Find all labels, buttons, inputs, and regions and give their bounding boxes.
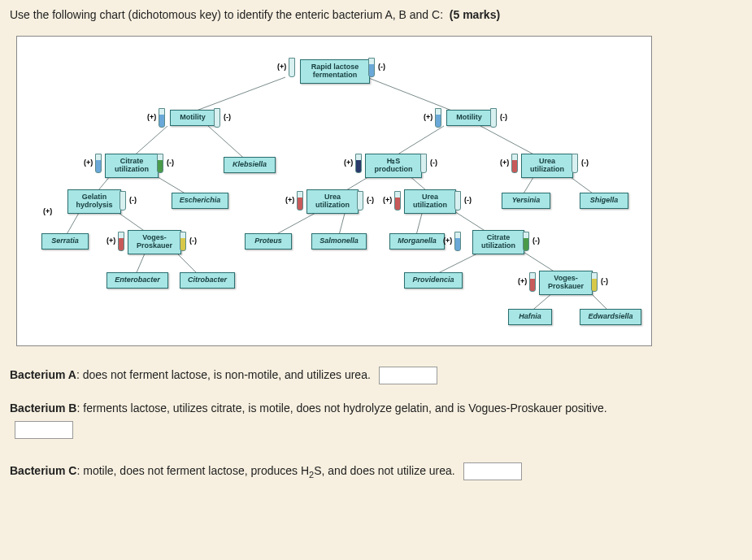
leaf-yersinia: Yersinia: [502, 193, 550, 209]
answer-blank-b[interactable]: [15, 421, 73, 439]
node-urea-m2: Urea utilization: [404, 189, 456, 214]
node-h2s: H₂S production: [365, 154, 422, 178]
bacterium-a-label: Bacterium A: [10, 368, 76, 381]
question-container: Use the following chart (dichotomous key…: [0, 0, 752, 505]
node-root: Rapid lactose fermentation: [300, 59, 370, 84]
leaf-klebsiella: Klebsiella: [224, 157, 276, 173]
test-tube-icon: [394, 191, 401, 211]
node-citrate: Citrate utilization: [105, 154, 159, 178]
test-tube-icon: [297, 191, 303, 211]
minus-sign: (-): [189, 237, 197, 245]
svg-line-1: [367, 77, 460, 114]
node-gelatin: Gelatin hydrolysis: [67, 189, 121, 214]
leaf-citrobacter: Citrobacter: [180, 272, 235, 289]
minus-sign: (-): [378, 63, 385, 71]
node-urea-m1: Urea utilization: [306, 189, 359, 214]
minus-sign: (-): [532, 237, 540, 245]
plus-sign: (+): [84, 158, 93, 167]
question-marks: (5 marks): [450, 8, 500, 21]
test-tube-icon: [289, 58, 295, 77]
minus-sign: (-): [129, 196, 137, 204]
minus-sign: (-): [500, 113, 507, 121]
test-tube-icon: [120, 191, 126, 211]
plus-sign: (+): [277, 63, 286, 71]
plus-sign: (+): [500, 158, 509, 167]
minus-sign: (-): [464, 196, 472, 204]
bacterium-b-desc: : ferments lactose, utilizes citrate, is…: [76, 402, 606, 415]
test-tube-icon: [118, 232, 124, 251]
bacterium-c-desc-pre: : motile, does not ferment lactose, prod…: [76, 464, 309, 477]
test-tube-icon: [523, 232, 529, 251]
minus-sign: (-): [224, 113, 231, 121]
leaf-escherichia: Escherichia: [172, 193, 228, 209]
answer-blank-a[interactable]: [379, 367, 437, 384]
svg-line-0: [188, 77, 285, 114]
test-tube-icon: [572, 154, 578, 173]
minus-sign: (-): [367, 196, 374, 204]
bacterium-b-line: Bacterium B: ferments lactose, utilizes …: [10, 399, 742, 438]
dichotomous-key-chart: (+) Rapid lactose fermentation (-) (+) M…: [16, 36, 652, 346]
leaf-salmonella: Salmonella: [311, 233, 367, 250]
leaf-shigella: Shigella: [580, 193, 628, 209]
node-vp-right: Voges-Proskauer: [539, 271, 593, 295]
test-tube-icon: [214, 108, 220, 128]
test-tube-icon: [368, 58, 375, 77]
bacterium-c-desc-post: S, and does not utilize urea.: [314, 464, 455, 477]
plus-sign: (+): [147, 113, 156, 121]
bacterium-b-label: Bacterium B: [10, 402, 76, 415]
node-citrate-right: Citrate utilization: [472, 230, 524, 254]
test-tube-icon: [157, 154, 163, 173]
node-motility-left: Motility: [170, 110, 215, 126]
plus-sign: (+): [285, 196, 294, 204]
test-tube-icon: [355, 154, 362, 173]
bacterium-c-label: Bacterium C: [10, 464, 76, 477]
plus-sign: (+): [518, 277, 527, 285]
plus-sign: (+): [43, 207, 52, 215]
test-tube-icon: [490, 108, 497, 128]
bacterium-a-desc: : does not ferment lactose, is non-motil…: [76, 368, 371, 381]
leaf-hafnia: Hafnia: [508, 309, 552, 325]
answer-blank-c[interactable]: [463, 462, 522, 480]
node-urea-right: Urea utilization: [521, 154, 573, 178]
test-tube-icon: [159, 108, 165, 128]
plus-sign: (+): [106, 237, 115, 245]
node-motility-right: Motility: [446, 110, 492, 126]
leaf-providencia: Providencia: [404, 272, 463, 289]
test-tube-icon: [454, 232, 461, 251]
minus-sign: (-): [581, 158, 589, 167]
test-tube-icon: [420, 154, 427, 173]
test-tube-icon: [180, 232, 186, 251]
test-tube-icon: [511, 154, 518, 173]
test-tube-icon: [529, 272, 536, 292]
leaf-morganella: Morganella: [389, 233, 445, 250]
leaf-serratia: Serratia: [41, 233, 89, 250]
test-tube-icon: [591, 272, 598, 292]
question-prompt: Use the following chart (dichotomous key…: [10, 8, 742, 21]
minus-sign: (-): [167, 158, 174, 167]
plus-sign: (+): [424, 113, 433, 121]
leaf-edwardsiella: Edwardsiella: [580, 309, 641, 325]
bacterium-c-line: Bacterium C: motile, does not ferment la…: [10, 462, 742, 482]
node-vp-left: Voges-Proskauer: [128, 230, 181, 254]
question-prefix: Use the following chart (dichotomous key…: [10, 8, 443, 21]
plus-sign: (+): [443, 237, 452, 245]
test-tube-icon: [454, 191, 461, 211]
leaf-proteus: Proteus: [245, 233, 292, 250]
minus-sign: (-): [430, 158, 437, 167]
test-tube-icon: [357, 191, 363, 211]
leaf-enterobacter: Enterobacter: [106, 272, 168, 289]
minus-sign: (-): [601, 277, 608, 285]
plus-sign: (+): [383, 196, 392, 204]
bacterium-a-line: Bacterium A: does not ferment lactose, i…: [10, 366, 742, 384]
test-tube-icon: [95, 154, 102, 173]
test-tube-icon: [435, 108, 441, 128]
plus-sign: (+): [344, 158, 353, 167]
